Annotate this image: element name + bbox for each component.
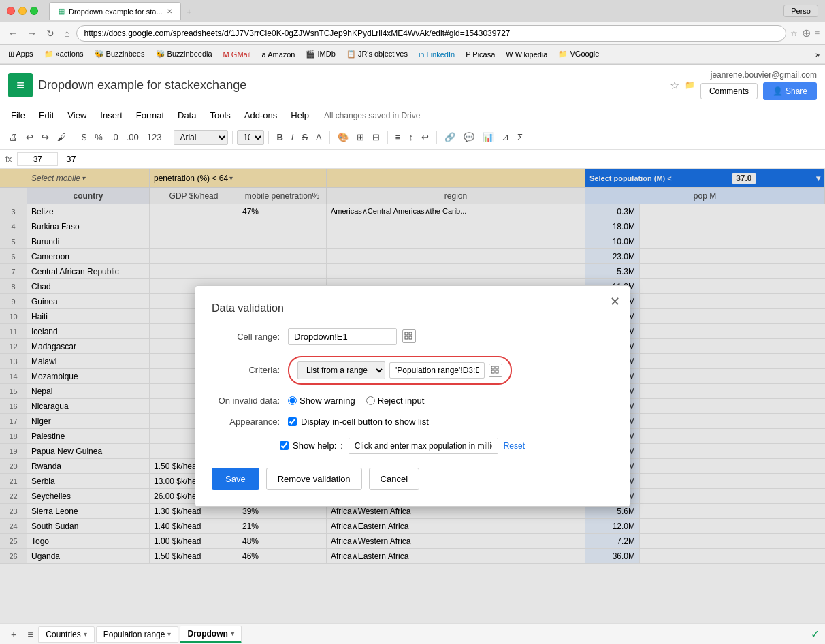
fill-color-button[interactable]: 🎨 [334,130,352,144]
menu-view[interactable]: View [62,108,92,123]
browser-tab[interactable]: ▦ Dropdown example for sta... ✕ [49,2,181,20]
bookmark-picasa[interactable]: P Picasa [463,49,498,60]
menu-file[interactable]: File [5,108,31,123]
url-input[interactable] [76,25,786,42]
maximize-button[interactable] [30,7,38,15]
share-button[interactable]: 👤 Share [763,82,817,100]
forward-button[interactable]: → [25,27,39,40]
sheets-menu-button[interactable]: ≡ [22,626,38,643]
minimize-button[interactable] [18,7,27,15]
align-button[interactable]: ↕ [405,130,417,144]
menu-edit[interactable]: Edit [33,108,59,123]
help-text-input[interactable] [349,438,498,454]
function-button[interactable]: Σ [514,130,526,144]
comment-button[interactable]: 💬 [460,130,478,144]
paint-format-button[interactable]: 🖌 [54,130,69,144]
close-button[interactable] [7,7,15,15]
italic-button[interactable]: I [288,130,297,144]
wrap-button[interactable]: ↩ [418,130,432,144]
svg-rect-7 [496,370,498,373]
undo-button[interactable]: ↩ [22,130,37,144]
bookmark-wikipedia[interactable]: W Wikipedia [503,49,550,60]
tab-population-range[interactable]: Population range ▾ [96,626,179,643]
bookmark-gmail[interactable]: M GMail [221,49,254,60]
home-button[interactable]: ⌂ [61,27,72,40]
divider-1 [74,131,74,144]
bookmark-imdb[interactable]: 🎬 IMDb [303,48,338,60]
cell-range-grid-icon[interactable] [402,329,416,343]
perso-button[interactable]: Perso [783,5,818,17]
font-select[interactable]: Arial [174,130,228,145]
decrease-decimal-button[interactable]: .0 [108,130,122,144]
bookmark-star-icon[interactable]: ☆ [790,29,798,38]
new-tab-button[interactable]: + [181,3,197,20]
currency-button[interactable]: $ [78,130,90,144]
tab-dropdown[interactable]: Dropdown ▾ [180,626,241,643]
text-color-button[interactable]: A [312,130,325,144]
show-warning-radio[interactable] [288,396,297,405]
bookmark-actions[interactable]: 📁 »actions [42,48,86,60]
bold-button[interactable]: B [273,130,286,144]
star-icon[interactable]: ☆ [670,79,679,92]
folder-icon[interactable]: 📁 [685,80,695,90]
tab-close-icon[interactable]: ✕ [167,7,172,15]
reset-link[interactable]: Reset [504,441,525,451]
percent-button[interactable]: % [91,130,106,144]
merge-button[interactable]: ⊟ [369,130,383,144]
tab-countries[interactable]: Countries ▾ [38,626,94,643]
tab-population-dropdown-icon[interactable]: ▾ [167,630,171,638]
menu-insert[interactable]: Insert [95,108,128,123]
display-button-checkbox[interactable] [288,417,297,426]
menu-icon[interactable]: ≡ [815,29,820,38]
bookmark-objectives[interactable]: 📋 JR's objectives [344,48,410,60]
show-help-checkbox-label[interactable]: Show help: [280,440,336,451]
strikethrough-button[interactable]: S [298,130,311,144]
back-button[interactable]: ← [5,27,20,40]
reload-button[interactable]: ↻ [44,27,57,40]
criteria-range-input[interactable] [389,362,485,379]
show-warning-radio-label[interactable]: Show warning [288,396,355,406]
menu-format[interactable]: Format [131,108,169,123]
share-icon: 👤 [773,86,783,96]
link-button[interactable]: 🔗 [441,130,459,144]
bookmark-amazon[interactable]: a Amazon [259,49,298,60]
formula-input[interactable] [63,152,820,165]
filter-button[interactable]: ⊿ [498,130,513,144]
cell-reference-input[interactable] [17,152,58,166]
criteria-type-select[interactable]: List from a range [297,361,385,379]
bookmark-linkedin[interactable]: in LinkedIn [416,49,457,60]
borders-button[interactable]: ⊞ [353,130,368,144]
reject-input-radio-label[interactable]: Reject input [366,396,425,406]
add-sheet-button[interactable]: + [5,626,22,643]
criteria-grid-icon[interactable] [489,364,502,377]
font-size-select[interactable]: 10 [237,130,264,145]
cell-range-input[interactable] [288,328,397,345]
tab-countries-dropdown-icon[interactable]: ▾ [84,630,87,638]
align-left-button[interactable]: ≡ [392,130,404,144]
comments-button[interactable]: Comments [700,83,758,99]
redo-button[interactable]: ↪ [38,130,52,144]
tab-dropdown-dropdown-icon[interactable]: ▾ [231,630,234,637]
menu-addons[interactable]: Add-ons [239,108,282,123]
extensions-icon[interactable]: ⊕ [802,27,811,39]
cancel-button[interactable]: Cancel [369,468,419,490]
bookmark-buzzinbees[interactable]: 🐝 Buzzinbees [92,48,148,60]
bookmark-vgoogle[interactable]: 📁 VGoogle [555,48,602,60]
bookmark-apps[interactable]: ⊞ Apps [5,48,36,60]
display-button-checkbox-label[interactable]: Display in-cell button to show list [288,417,429,427]
menu-data[interactable]: Data [172,108,201,123]
modal-close-button[interactable]: ✕ [610,294,620,309]
increase-decimal-button[interactable]: .00 [123,130,142,144]
svg-rect-4 [491,366,494,369]
reject-input-radio[interactable] [366,396,375,405]
bookmark-buzzinbeedia[interactable]: 🐝 Buzzinbeedia [153,48,215,60]
remove-validation-button[interactable]: Remove validation [266,468,362,490]
show-help-checkbox[interactable] [280,441,289,450]
save-button[interactable]: Save [212,468,259,490]
number-format-button[interactable]: 123 [144,130,165,144]
chart-button[interactable]: 📊 [479,130,497,144]
print-button[interactable]: 🖨 [5,130,21,144]
doc-title[interactable]: Dropdown example for stackexchange [38,78,664,93]
menu-tools[interactable]: Tools [204,108,236,123]
menu-help[interactable]: Help [285,108,314,123]
